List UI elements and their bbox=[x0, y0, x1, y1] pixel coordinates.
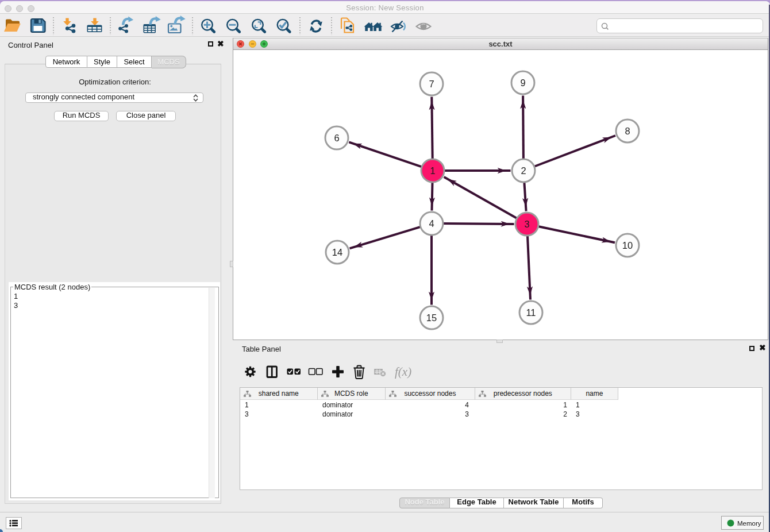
svg-text:9: 9 bbox=[520, 78, 525, 88]
svg-text:8: 8 bbox=[625, 126, 630, 136]
svg-text:2: 2 bbox=[521, 165, 526, 176]
svg-text:11: 11 bbox=[526, 307, 536, 318]
svg-text:15: 15 bbox=[426, 313, 437, 323]
svg-text:10: 10 bbox=[622, 240, 633, 250]
svg-text:7: 7 bbox=[429, 79, 434, 89]
svg-text:14: 14 bbox=[332, 247, 342, 257]
svg-text:6: 6 bbox=[334, 133, 339, 143]
svg-text:3: 3 bbox=[524, 219, 529, 229]
svg-text:1: 1 bbox=[430, 165, 435, 176]
svg-text:4: 4 bbox=[429, 218, 434, 229]
svg-text:f(x): f(x) bbox=[395, 365, 411, 379]
